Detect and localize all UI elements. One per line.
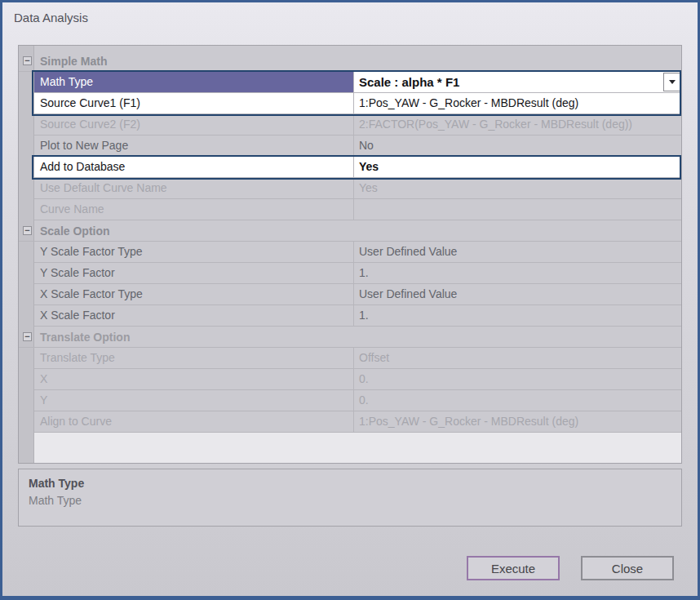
description-panel: Math Type Math Type <box>18 469 682 527</box>
property-value-text: 0. <box>359 393 369 407</box>
close-button[interactable]: Close <box>581 556 674 580</box>
property-value-text: User Defined Value <box>359 245 457 258</box>
property-row-source-curve2-f2: Source Curve2 (F2)2:FACTOR(Pos_YAW - G_R… <box>34 114 681 136</box>
property-label-x-scale-factor-type[interactable]: X Scale Factor Type <box>34 284 353 304</box>
property-value-text: Yes <box>359 181 378 194</box>
property-value-text: 1. <box>359 266 369 279</box>
property-value-plot-to-new-page[interactable]: No <box>353 136 681 156</box>
property-row-x-scale-factor[interactable]: X Scale Factor1. <box>34 305 681 327</box>
property-row-y-scale-factor[interactable]: Y Scale Factor1. <box>34 263 681 284</box>
minus-icon[interactable]: − <box>23 332 32 341</box>
execute-button[interactable]: Execute <box>467 556 560 580</box>
description-title: Math Type <box>29 477 671 490</box>
property-row-add-to-database[interactable]: Add to DatabaseYes <box>34 157 681 178</box>
property-label-curve-name: Curve Name <box>34 199 353 220</box>
property-row-curve-name: Curve Name <box>34 199 681 220</box>
property-value-add-to-database[interactable]: Yes <box>353 157 681 177</box>
property-row-use-default-curve-name: Use Default Curve NameYes <box>34 178 681 199</box>
property-row-x-scale-factor-type[interactable]: X Scale Factor TypeUser Defined Value <box>34 284 681 305</box>
property-value-source-curve2-f2: 2:FACTOR(Pos_YAW - G_Rocker - MBDResult … <box>353 114 681 135</box>
property-label-y: Y <box>34 390 353 411</box>
property-value-math-type[interactable]: Scale : alpha * F1 <box>353 72 681 92</box>
property-grid-body: −Simple MathMath TypeScale : alpha * F1S… <box>19 46 681 463</box>
property-value-text: 0. <box>359 372 369 385</box>
chevron-down-icon <box>669 80 676 84</box>
property-row-align-to-curve: Align to Curve1:Pos_YAW - G_Rocker - MBD… <box>34 411 681 433</box>
property-value-y-scale-factor-type[interactable]: User Defined Value <box>353 242 681 262</box>
property-value-x-scale-factor[interactable]: 1. <box>353 305 681 326</box>
property-grid: −Simple MathMath TypeScale : alpha * F1S… <box>18 45 682 464</box>
section-label: Translate Option <box>40 331 130 344</box>
section-label: Simple Math <box>40 55 107 68</box>
property-label-translate-type: Translate Type <box>34 348 353 368</box>
property-value-text: Offset <box>359 351 389 364</box>
property-label-plot-to-new-page[interactable]: Plot to New Page <box>34 136 353 156</box>
property-value-curve-name <box>353 199 681 220</box>
property-value-use-default-curve-name: Yes <box>353 178 681 198</box>
dialog-title: Data Analysis <box>14 11 88 24</box>
property-value-text: 1:Pos_YAW - G_Rocker - MBDResult (deg) <box>359 96 578 109</box>
property-label-align-to-curve: Align to Curve <box>34 411 353 432</box>
property-row-source-curve1-f1[interactable]: Source Curve1 (F1)1:Pos_YAW - G_Rocker -… <box>34 93 681 114</box>
section-header-simple-math[interactable]: −Simple Math <box>19 51 681 72</box>
property-value-text: 2:FACTOR(Pos_YAW - G_Rocker - MBDResult … <box>359 118 632 131</box>
property-label-use-default-curve-name: Use Default Curve Name <box>34 178 353 198</box>
property-value-translate-type: Offset <box>353 348 681 368</box>
property-value-text: Scale : alpha * F1 <box>359 75 459 89</box>
property-label-y-scale-factor-type[interactable]: Y Scale Factor Type <box>34 242 353 262</box>
property-label-y-scale-factor[interactable]: Y Scale Factor <box>34 263 353 283</box>
section-header-translate-option[interactable]: −Translate Option <box>19 327 681 348</box>
property-row-math-type[interactable]: Math TypeScale : alpha * F1 <box>34 72 681 93</box>
section-header-scale-option[interactable]: −Scale Option <box>19 220 681 242</box>
data-analysis-dialog: Data Analysis −Simple MathMath TypeScale… <box>0 0 700 600</box>
property-label-math-type[interactable]: Math Type <box>34 72 353 92</box>
property-value-y: 0. <box>353 390 681 411</box>
property-row-y: Y0. <box>34 390 681 411</box>
property-value-text: User Defined Value <box>359 287 457 300</box>
grid-empty-area <box>34 433 681 463</box>
property-value-align-to-curve: 1:Pos_YAW - G_Rocker - MBDResult (deg) <box>353 411 681 432</box>
property-value-source-curve1-f1[interactable]: 1:Pos_YAW - G_Rocker - MBDResult (deg) <box>353 93 681 113</box>
property-value-text: Yes <box>359 160 379 173</box>
property-row-translate-type: Translate TypeOffset <box>34 348 681 369</box>
property-value-text: 1. <box>359 309 369 322</box>
minus-icon[interactable]: − <box>23 226 32 235</box>
property-value-x: 0. <box>353 369 681 389</box>
grid-gutter <box>19 46 34 463</box>
property-label-x: X <box>34 369 353 389</box>
property-label-add-to-database[interactable]: Add to Database <box>34 157 353 177</box>
description-body: Math Type <box>29 494 671 507</box>
property-value-y-scale-factor[interactable]: 1. <box>353 263 681 283</box>
dropdown-button[interactable] <box>663 73 680 91</box>
property-label-source-curve2-f2: Source Curve2 (F2) <box>34 114 353 135</box>
minus-icon[interactable]: − <box>23 56 32 65</box>
property-row-x: X0. <box>34 369 681 390</box>
property-value-text: No <box>359 139 374 152</box>
property-label-x-scale-factor[interactable]: X Scale Factor <box>34 305 353 326</box>
property-row-y-scale-factor-type[interactable]: Y Scale Factor TypeUser Defined Value <box>34 242 681 263</box>
property-row-plot-to-new-page[interactable]: Plot to New PageNo <box>34 136 681 157</box>
property-value-text: 1:Pos_YAW - G_Rocker - MBDResult (deg) <box>359 415 578 428</box>
section-label: Scale Option <box>40 224 110 238</box>
property-value-x-scale-factor-type[interactable]: User Defined Value <box>353 284 681 304</box>
property-label-source-curve1-f1[interactable]: Source Curve1 (F1) <box>34 93 353 113</box>
